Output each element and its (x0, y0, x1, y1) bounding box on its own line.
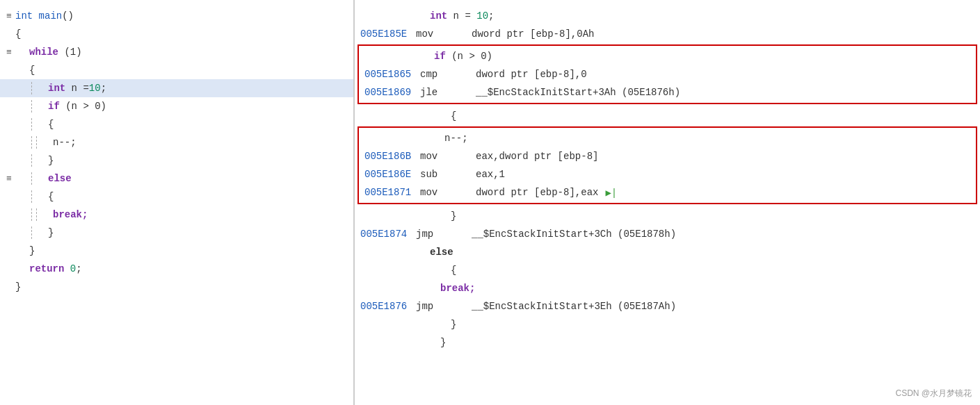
asm-address: 005E1869 (364, 87, 420, 98)
asm-line: } (355, 207, 980, 225)
asm-operands: dword ptr [ebp-8],0 (476, 69, 587, 80)
code-line: if (n > 0) (0, 97, 353, 115)
asm-line: 005E186B mov eax,dword ptr [ebp-8] (359, 147, 976, 165)
asm-line: 005E1874 jmp __$EncStackInitStart+3Ch (0… (355, 225, 980, 243)
code-text: ; (101, 83, 106, 94)
asm-line: int n = 10; (355, 7, 980, 25)
code-text: } (29, 245, 35, 256)
code-text: { (29, 65, 35, 76)
asm-operands: __$EncStackInitStart+3Ah (05E1876h) (476, 87, 680, 98)
code-line: ≡ while (1) (0, 43, 353, 61)
asm-line: } (355, 333, 980, 352)
c-code-text: int n = 10; (430, 10, 494, 22)
asm-mnemonic: jmp (416, 229, 472, 240)
asm-address: 005E186B (364, 151, 420, 162)
code-line: ≡ int main() (0, 7, 353, 25)
asm-mnemonic: sub (420, 169, 476, 180)
asm-line: 005E1876 jmp __$EncStackInitStart+3Eh (0… (355, 297, 980, 315)
code-text (64, 263, 70, 274)
code-text: { (15, 28, 21, 40)
red-box-2: n--; 005E186B mov eax,dword ptr [ebp-8] … (358, 126, 977, 204)
asm-line: if (n > 0) (359, 47, 976, 65)
asm-operands: dword ptr [ebp-8],0Ah (472, 28, 594, 40)
code-line: { (0, 61, 353, 79)
code-text: } (48, 227, 54, 238)
highlighted-line: int n = 10 ; (0, 79, 353, 97)
else-keyword: else (48, 173, 72, 184)
code-line: { (0, 25, 353, 43)
watermark: CSDN @水月梦镜花 (895, 388, 972, 399)
code-text: ; (76, 263, 81, 274)
gutter: ≡ (3, 174, 15, 184)
asm-mnemonic: jle (420, 87, 476, 98)
asm-address: 005E1876 (360, 301, 416, 312)
code-text: n--; (53, 137, 77, 148)
asm-line: n--; (359, 129, 976, 147)
asm-operands: __$EncStackInitStart+3Eh (05E187Ah) (472, 301, 676, 312)
code-text: { (48, 191, 54, 202)
c-code-text: { (451, 265, 456, 276)
c-code-text: } (451, 210, 456, 222)
asm-line: 005E1871 mov dword ptr [ebp-8],eax ▶| (359, 183, 976, 201)
gutter: ≡ (3, 47, 15, 58)
asm-line: { (355, 261, 980, 279)
code-text: (n > 0) (60, 101, 106, 112)
code-line: n--; (0, 133, 353, 151)
c-code-text: } (451, 319, 456, 330)
asm-mnemonic: mov (420, 151, 476, 162)
right-panel: int n = 10; 005E185E mov dword ptr [ebp-… (355, 0, 980, 405)
red-box-1: if (n > 0) 005E1865 cmp dword ptr [ebp-8… (358, 44, 977, 104)
c-code-text: n--; (444, 133, 468, 144)
asm-line: { (355, 107, 980, 125)
asm-mnemonic: cmp (420, 69, 476, 80)
asm-line: } (355, 315, 980, 333)
c-code-text: } (440, 337, 446, 348)
code-line: return 0 ; (0, 260, 353, 278)
else-keyword: else (430, 247, 453, 258)
asm-line: 005E1865 cmp dword ptr [ebp-8],0 (359, 65, 976, 83)
asm-line: 005E186E sub eax,1 (359, 165, 976, 183)
int-keyword: int (48, 83, 65, 94)
code-line: } (0, 242, 353, 260)
asm-operands: eax,dword ptr [ebp-8] (476, 151, 598, 162)
c-code-text: if (n > 0) (434, 51, 492, 62)
code-text: } (15, 281, 21, 292)
asm-line: 005E185E mov dword ptr [ebp-8],0Ah (355, 25, 980, 43)
c-code-text: { (451, 110, 456, 122)
asm-mnemonic: jmp (416, 301, 472, 312)
return-keyword: return (29, 263, 64, 274)
asm-mnemonic: mov (420, 187, 476, 198)
code-text: } (48, 155, 54, 166)
code-line: } (0, 224, 353, 242)
asm-address: 005E1871 (364, 187, 420, 198)
code-text: int main() (15, 10, 74, 22)
break-keyword: break; (440, 283, 475, 294)
asm-line: break; (355, 279, 980, 297)
number-literal: 0 (70, 263, 76, 274)
asm-address: 005E1865 (364, 69, 420, 80)
code-text: (1) (58, 47, 82, 58)
play-icon: ▶| (605, 187, 617, 199)
asm-address: 005E185E (360, 28, 416, 40)
code-line: } (0, 278, 353, 296)
asm-operands: dword ptr [ebp-8],eax (476, 187, 598, 198)
code-line: { (0, 115, 353, 133)
break-keyword: break; (53, 209, 88, 220)
asm-line: 005E1869 jle __$EncStackInitStart+3Ah (0… (359, 83, 976, 101)
code-line: break; (0, 206, 353, 224)
number-literal: 10 (89, 83, 101, 94)
asm-line: else (355, 243, 980, 261)
asm-mnemonic: mov (416, 28, 472, 40)
gutter: ≡ (3, 11, 15, 22)
asm-address: 005E186E (364, 169, 420, 180)
code-line: ≡ else (0, 170, 353, 188)
while-keyword: while (29, 47, 58, 58)
asm-address: 005E1874 (360, 229, 416, 240)
asm-operands: eax,1 (476, 169, 505, 180)
code-text: n = (65, 83, 89, 94)
code-line: } (0, 151, 353, 170)
code-text: { (48, 119, 54, 130)
asm-operands: __$EncStackInitStart+3Ch (05E1878h) (472, 229, 676, 240)
if-keyword: if (48, 101, 60, 112)
code-line: { (0, 188, 353, 206)
